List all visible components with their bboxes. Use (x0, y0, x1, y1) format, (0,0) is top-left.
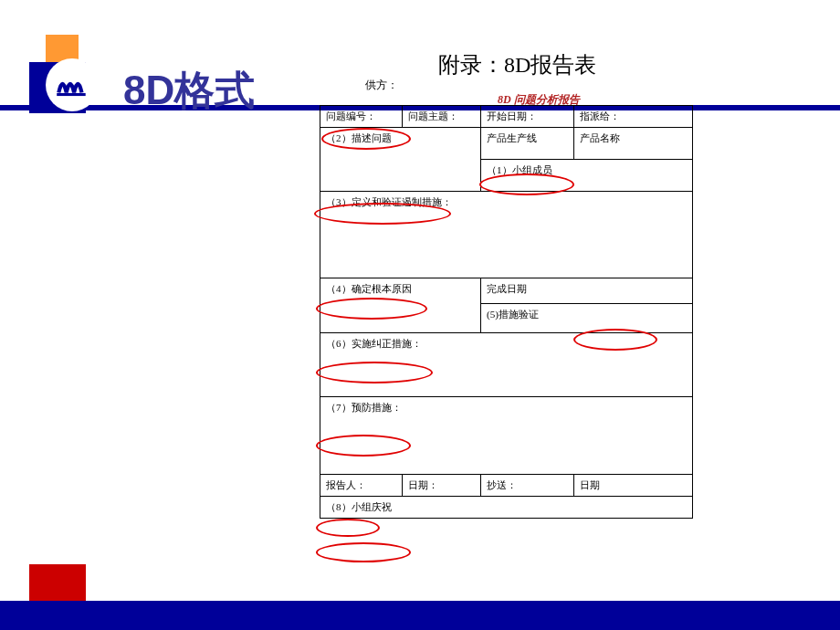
cell-d6-corrective: （6）实施纠正措施： (320, 333, 693, 397)
cell-product-name: 产品名称 (574, 128, 693, 160)
cell-product-line: 产品生产线 (481, 128, 574, 160)
cell-problem-subject: 问题主题： (403, 106, 481, 128)
cell-start-date: 开始日期： (481, 106, 574, 128)
bottom-red-accent (29, 564, 86, 601)
cell-date2: 日期 (574, 475, 693, 497)
cell-assigned-to: 指派给： (574, 106, 693, 128)
highlight-d8 (316, 542, 411, 562)
cell-date1: 日期： (403, 475, 481, 497)
logo-circle (46, 58, 99, 111)
cell-d4-rootcause: （4）确定根本原因 (320, 278, 481, 333)
supplier-label: 供方： (365, 78, 398, 93)
cell-completion-date: 完成日期 (481, 278, 693, 304)
cell-d1-team: （1）小组成员 (481, 160, 693, 192)
bottom-bar (0, 601, 840, 630)
cell-d5-verify: (5)措施验证 (481, 304, 693, 333)
cell-d7-preventive: （7）预防措施： (320, 397, 693, 475)
appendix-title: 附录：8D报告表 (438, 50, 596, 79)
cell-d3-containment: （3）定义和验证遏制措施： (320, 192, 693, 278)
highlight-reporter (316, 519, 380, 537)
cell-d8-celebrate: （8）小组庆祝 (320, 497, 693, 519)
8d-form-table: 问题编号： 问题主题： 开始日期： 指派给： （2）描述问题 产品生产线 产品名… (320, 105, 693, 519)
cell-cc: 抄送： (481, 475, 574, 497)
cell-d2-describe: （2）描述问题 (320, 128, 481, 192)
cell-reporter: 报告人： (320, 475, 403, 497)
slide-title: 8D格式 (123, 64, 255, 118)
cell-problem-id: 问题编号： (320, 106, 403, 128)
wave-logo-icon (53, 66, 91, 104)
